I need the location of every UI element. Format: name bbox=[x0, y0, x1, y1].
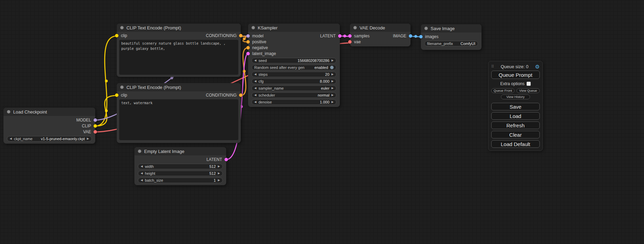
queue-front-button[interactable]: Queue Front bbox=[491, 88, 514, 93]
right-arrow-icon[interactable]: ▶ bbox=[332, 87, 334, 90]
left-arrow-icon[interactable]: ◀ bbox=[254, 73, 256, 76]
node-ksampler[interactable]: KSampler model LATENT positive negative … bbox=[248, 24, 340, 107]
batch-size-widget[interactable]: ◀ batch_size 1 ▶ bbox=[138, 178, 223, 183]
latent-image-input-slot[interactable] bbox=[246, 52, 250, 55]
right-arrow-icon[interactable]: ▶ bbox=[332, 80, 334, 83]
right-arrow-icon[interactable]: ▶ bbox=[218, 179, 220, 182]
widget-label: sampler_name bbox=[258, 86, 284, 90]
node-load-checkpoint[interactable]: Load Checkpoint MODEL CLIP VAE ◀ ckpt_na… bbox=[3, 108, 95, 144]
node-clip-text-encode-negative[interactable]: CLIP Text Encode (Prompt) clip CONDITION… bbox=[117, 83, 241, 143]
collapse-toggle-icon[interactable] bbox=[424, 27, 428, 30]
denoise-widget[interactable]: ◀ denoise 1.000 ▶ bbox=[252, 99, 336, 105]
height-widget[interactable]: ◀ height 512 ▶ bbox=[138, 171, 223, 176]
widget-label: filename_prefix bbox=[427, 42, 453, 46]
widget-value: euler bbox=[321, 86, 329, 90]
collapse-toggle-icon[interactable] bbox=[252, 26, 255, 29]
clip-input-slot[interactable] bbox=[115, 34, 118, 37]
link-midpoint-dot bbox=[414, 35, 417, 38]
model-input-slot[interactable] bbox=[246, 34, 250, 38]
prompt-textarea[interactable]: text, watermark bbox=[119, 99, 238, 140]
slot-row: LATENT bbox=[134, 156, 226, 162]
collapse-toggle-icon[interactable] bbox=[120, 26, 124, 29]
right-arrow-icon[interactable]: ▶ bbox=[332, 73, 334, 76]
node-titlebar[interactable]: CLIP Text Encode (Prompt) bbox=[117, 24, 241, 32]
queue-size-label: Queue size: 0 bbox=[494, 64, 535, 69]
right-arrow-icon[interactable]: ▶ bbox=[332, 101, 334, 103]
vae-output-slot[interactable] bbox=[94, 130, 97, 134]
left-arrow-icon[interactable]: ◀ bbox=[254, 80, 256, 83]
left-arrow-icon[interactable]: ◀ bbox=[10, 137, 12, 140]
node-titlebar[interactable]: Save Image bbox=[421, 24, 482, 33]
node-titlebar[interactable]: VAE Decode bbox=[350, 24, 411, 32]
clip-input-slot[interactable] bbox=[115, 93, 118, 97]
right-arrow-icon[interactable]: ▶ bbox=[332, 59, 334, 62]
left-arrow-icon[interactable]: ◀ bbox=[254, 101, 256, 103]
clear-button[interactable]: Clear bbox=[491, 131, 540, 138]
images-input-label: images bbox=[425, 34, 439, 39]
collapse-toggle-icon[interactable] bbox=[353, 26, 357, 29]
scheduler-widget[interactable]: ◀ scheduler normal ▶ bbox=[252, 92, 336, 98]
conditioning-output-slot[interactable] bbox=[239, 34, 242, 37]
images-input-slot[interactable] bbox=[419, 35, 423, 38]
model-output-slot[interactable] bbox=[94, 118, 97, 122]
right-arrow-icon[interactable]: ▶ bbox=[218, 165, 220, 168]
width-widget[interactable]: ◀ width 512 ▶ bbox=[138, 164, 223, 169]
latent-output-slot[interactable] bbox=[224, 158, 228, 161]
widget-value: 156680208700286 bbox=[298, 58, 329, 63]
toggle-knob-icon[interactable] bbox=[330, 66, 334, 69]
left-arrow-icon[interactable]: ◀ bbox=[254, 87, 256, 90]
left-arrow-icon[interactable]: ◀ bbox=[141, 172, 143, 175]
negative-input-slot[interactable] bbox=[246, 46, 250, 49]
node-title: VAE Decode bbox=[360, 25, 385, 30]
left-arrow-icon[interactable]: ◀ bbox=[254, 59, 256, 62]
samples-input-slot[interactable] bbox=[348, 34, 352, 38]
left-arrow-icon[interactable]: ◀ bbox=[141, 165, 143, 168]
positive-input-slot[interactable] bbox=[246, 40, 250, 44]
left-arrow-icon[interactable]: ◀ bbox=[254, 94, 256, 97]
node-title: Save Image bbox=[431, 26, 455, 31]
extra-options-checkbox[interactable] bbox=[527, 82, 531, 86]
queue-prompt-button[interactable]: Queue Prompt bbox=[491, 71, 540, 79]
collapse-toggle-icon[interactable] bbox=[138, 150, 141, 153]
refresh-button[interactable]: Refresh bbox=[491, 121, 540, 129]
seed-widget[interactable]: ◀ seed 156680208700286 ▶ bbox=[252, 58, 336, 63]
collapse-toggle-icon[interactable] bbox=[120, 85, 124, 89]
load-default-button[interactable]: Load Default bbox=[491, 140, 540, 148]
steps-widget[interactable]: ◀ steps 20 ▶ bbox=[252, 72, 336, 77]
latent-output-label: LATENT bbox=[206, 157, 222, 162]
view-history-button[interactable]: View History bbox=[501, 94, 530, 99]
ckpt-name-widget[interactable]: ◀ ckpt_name v1-5-pruned-emaonly.ckpt ▶ bbox=[7, 136, 92, 142]
slot-row: VAE bbox=[3, 129, 95, 135]
conditioning-output-slot[interactable] bbox=[239, 93, 242, 97]
drag-handle-icon[interactable]: ⠿ bbox=[491, 64, 494, 69]
node-title: Load Checkpoint bbox=[13, 109, 47, 115]
widget-label: seed bbox=[258, 58, 267, 63]
cfg-widget[interactable]: ◀ cfg 8.000 ▶ bbox=[252, 79, 336, 84]
vae-input-slot[interactable] bbox=[348, 40, 352, 44]
node-vae-decode[interactable]: VAE Decode samples IMAGE vae bbox=[350, 24, 411, 46]
left-arrow-icon[interactable]: ◀ bbox=[141, 179, 143, 182]
node-titlebar[interactable]: Empty Latent Image bbox=[134, 147, 226, 155]
latent-output-slot[interactable] bbox=[338, 34, 342, 38]
view-queue-button[interactable]: View Queue bbox=[517, 88, 540, 93]
collapse-toggle-icon[interactable] bbox=[7, 110, 10, 114]
node-titlebar[interactable]: CLIP Text Encode (Prompt) bbox=[117, 83, 241, 91]
node-empty-latent-image[interactable]: Empty Latent Image LATENT ◀ width 512 ▶ … bbox=[134, 147, 226, 185]
settings-gear-icon[interactable]: ⚙ bbox=[535, 64, 540, 69]
sampler-name-widget[interactable]: ◀ sampler_name euler ▶ bbox=[252, 85, 336, 91]
save-button[interactable]: Save bbox=[491, 103, 540, 110]
node-save-image[interactable]: Save Image images filename_prefix ComfyU… bbox=[421, 24, 482, 50]
node-graph-canvas[interactable]: Load Checkpoint MODEL CLIP VAE ◀ ckpt_na… bbox=[0, 0, 644, 244]
load-button[interactable]: Load bbox=[491, 112, 540, 120]
right-arrow-icon[interactable]: ▶ bbox=[332, 94, 334, 97]
clip-output-slot[interactable] bbox=[94, 124, 97, 128]
filename-prefix-widget[interactable]: filename_prefix ComfyUI bbox=[424, 41, 478, 46]
right-arrow-icon[interactable]: ▶ bbox=[218, 172, 220, 175]
node-clip-text-encode-positive[interactable]: CLIP Text Encode (Prompt) clip CONDITION… bbox=[117, 24, 241, 77]
prompt-textarea[interactable]: beautiful scenery nature glass bottle la… bbox=[119, 40, 238, 75]
node-titlebar[interactable]: Load Checkpoint bbox=[3, 108, 95, 116]
node-titlebar[interactable]: KSampler bbox=[248, 24, 340, 32]
right-arrow-icon[interactable]: ▶ bbox=[87, 137, 89, 140]
image-output-slot[interactable] bbox=[409, 34, 412, 38]
random-seed-toggle-widget[interactable]: Random seed after every gen enabled bbox=[252, 65, 336, 70]
